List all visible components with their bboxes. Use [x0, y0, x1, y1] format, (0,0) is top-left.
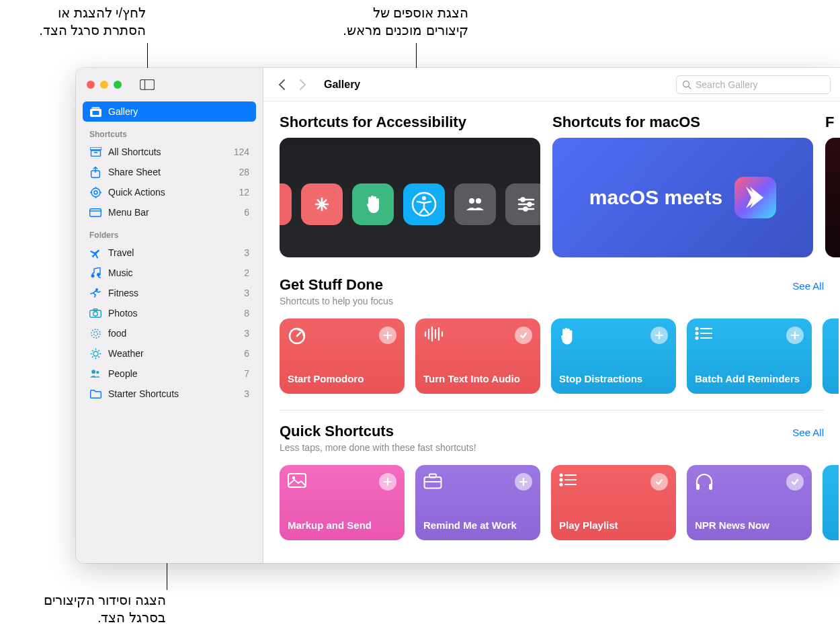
add-icon [379, 473, 396, 491]
sun-icon [89, 348, 101, 360]
sidebar-item-count: 124 [234, 146, 249, 157]
shortcut-card-stop-distractions[interactable]: Stop Distractions [551, 319, 676, 394]
window-close-button[interactable] [87, 81, 95, 89]
sidebar-item-label: Quick Actions [108, 187, 165, 198]
svg-line-34 [98, 350, 99, 351]
add-icon [786, 327, 804, 344]
music-icon [89, 267, 101, 278]
svg-point-11 [94, 191, 97, 194]
svg-point-82 [560, 474, 562, 476]
sidebar-item-gallery[interactable]: Gallery [83, 101, 256, 122]
card-label: Remind Me at Work [423, 519, 532, 532]
svg-point-10 [91, 188, 100, 197]
svg-point-67 [696, 333, 698, 335]
svg-line-32 [98, 356, 99, 357]
section-subtitle: Less taps, more done with these fast sho… [280, 442, 476, 453]
sidebar-item-label: Fitness [108, 288, 138, 298]
window-minimize-button[interactable] [100, 81, 108, 89]
svg-line-38 [689, 86, 691, 89]
shortcut-card-remind-me-at-work[interactable]: Remind Me at Work [415, 465, 540, 540]
svg-point-52 [524, 208, 528, 211]
sidebar-item-label: People [108, 368, 138, 379]
shortcut-card-turn-text-into-audio[interactable]: Turn Text Into Audio [415, 319, 540, 394]
shortcut-card-play-playlist[interactable]: Play Playlist [551, 465, 676, 540]
callout-collections: הצגת אוספים של קיצורים מוכנים מראש. [314, 4, 468, 39]
sidebar-folder-photos[interactable]: Photos 8 [83, 303, 256, 323]
card-label: Start Pomodoro [288, 373, 396, 386]
sidebar-folder-people[interactable]: People 7 [83, 364, 256, 384]
menubar-icon [89, 208, 101, 217]
sidebar-item-count: 8 [244, 308, 249, 319]
gallery-icon [89, 107, 101, 117]
sidebar-item-count: 28 [239, 167, 249, 177]
window-zoom-button[interactable] [114, 81, 122, 89]
a11y-hand-icon [352, 183, 394, 225]
svg-rect-4 [92, 111, 99, 115]
see-all-link[interactable]: See All [792, 427, 824, 438]
banner-partial[interactable] [825, 138, 840, 257]
shortcut-card-partial[interactable] [823, 465, 839, 540]
sidebar-item-all-shortcuts[interactable]: All Shortcuts 124 [83, 142, 256, 162]
shortcut-card-npr-news-now[interactable]: NPR News Now [687, 465, 812, 540]
back-button[interactable] [273, 76, 290, 93]
shortcut-card-start-pomodoro[interactable]: Start Pomodoro [280, 319, 405, 394]
sidebar-toggle-button[interactable] [138, 77, 157, 92]
svg-point-46 [476, 198, 481, 204]
banner-accessibility[interactable] [280, 138, 540, 257]
svg-point-65 [696, 328, 698, 330]
sidebar-item-share-sheet[interactable]: Share Sheet 28 [83, 162, 256, 182]
burst-icon [89, 328, 101, 339]
banner-macos-text: macOS meets [589, 186, 722, 209]
a11y-accessibility-icon [403, 183, 445, 225]
sidebar-item-count: 3 [244, 388, 249, 399]
sidebar-folder-food[interactable]: food 3 [83, 323, 256, 343]
search-input[interactable] [696, 79, 825, 90]
banner-title-accessibility: Shortcuts for Accessibility [280, 114, 540, 131]
svg-point-25 [91, 329, 100, 338]
add-icon [515, 473, 532, 491]
sidebar-folder-fitness[interactable]: Fitness 3 [83, 283, 256, 303]
svg-point-18 [91, 274, 94, 278]
shortcut-card-batch-add-reminders[interactable]: Batch Add Reminders [687, 319, 812, 394]
add-icon [379, 327, 396, 344]
sidebar-folder-travel[interactable]: Travel 3 [83, 243, 256, 263]
search-field[interactable] [676, 75, 831, 94]
shortcut-card-markup-and-send[interactable]: Markup and Send [280, 465, 405, 540]
callout-sidebar-org: הצגה וסידור הקיצורים בסרגל הצד. [37, 591, 166, 626]
banner-macos[interactable]: macOS meets [552, 138, 813, 257]
traffic-lights [87, 81, 122, 89]
svg-rect-73 [288, 474, 306, 487]
sidebar-item-label: Gallery [108, 106, 138, 117]
svg-rect-16 [90, 208, 101, 216]
airplane-icon [89, 247, 101, 259]
folder-icon [89, 390, 101, 398]
svg-point-44 [422, 196, 426, 200]
sidebar-item-label: Photos [108, 308, 138, 319]
sidebar-folder-music[interactable]: Music 2 [83, 263, 256, 283]
svg-rect-23 [93, 309, 97, 311]
sidebar-folder-weather[interactable]: Weather 6 [83, 343, 256, 364]
forward-button[interactable] [294, 76, 312, 93]
sidebar-item-label: Starter Shortcuts [108, 388, 179, 399]
gear-icon [89, 187, 101, 198]
search-icon [682, 80, 691, 89]
a11y-medical-icon [301, 183, 343, 225]
svg-point-36 [96, 371, 99, 374]
sidebar-item-count: 3 [244, 288, 249, 298]
sidebar-item-menu-bar[interactable]: Menu Bar 6 [83, 202, 256, 222]
svg-point-45 [469, 198, 474, 204]
sidebar-item-quick-actions[interactable]: Quick Actions 12 [83, 182, 256, 202]
sidebar-folder-starter-shortcuts[interactable]: Starter Shortcuts 3 [83, 384, 256, 404]
sidebar-item-label: Menu Bar [108, 207, 149, 218]
card-label: Batch Add Reminders [695, 373, 804, 386]
banner-title-macos: Shortcuts for macOS [552, 114, 813, 131]
svg-point-74 [292, 476, 295, 479]
a11y-group-icon [454, 183, 496, 225]
shortcuts-app-icon [734, 177, 776, 218]
a11y-red-icon [280, 183, 292, 225]
svg-point-22 [93, 312, 97, 316]
sidebar-item-label: Travel [108, 247, 134, 258]
shortcut-card-partial[interactable] [823, 319, 839, 394]
see-all-link[interactable]: See All [792, 280, 824, 292]
svg-line-31 [92, 350, 93, 351]
